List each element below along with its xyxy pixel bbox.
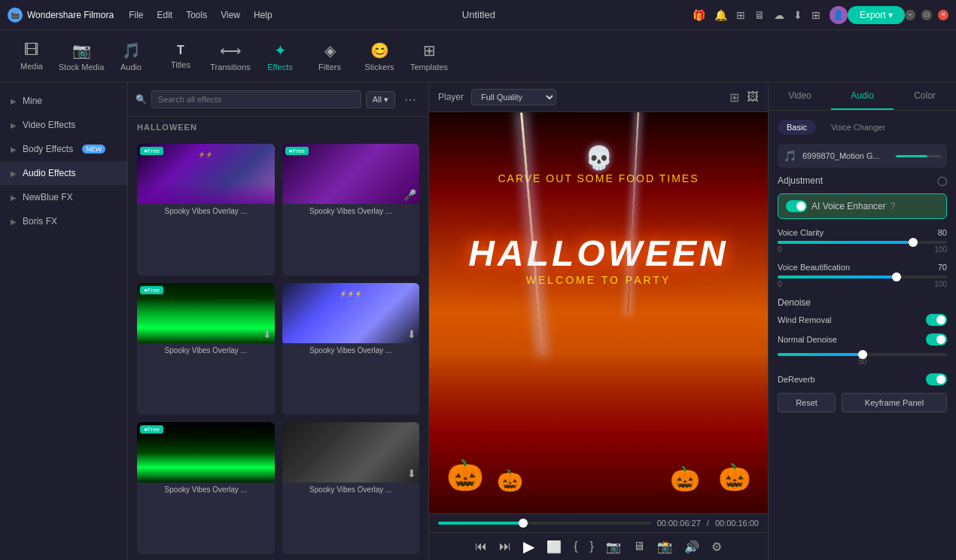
tool-stickers[interactable]: 😊 Stickers (355, 34, 403, 79)
settings-button[interactable]: ⚙ (711, 540, 722, 554)
tab-color[interactable]: Color (894, 83, 956, 110)
voice-clarity-slider[interactable] (778, 241, 947, 244)
cloud-icon[interactable]: ☁ (774, 9, 784, 21)
monitor-btn[interactable]: 🖥 (633, 540, 645, 553)
wind-removal-row: Wind Removal (778, 314, 947, 326)
slider-handle[interactable] (858, 350, 867, 359)
gift-icon[interactable]: 🎁 (693, 9, 705, 21)
track-name: 6999870_Motion G... (802, 151, 890, 160)
close-button[interactable]: ✕ (938, 10, 948, 20)
menu-edit[interactable]: Edit (157, 10, 173, 20)
screenshot-button[interactable]: 📸 (657, 540, 672, 554)
menu-help[interactable]: Help (254, 10, 272, 20)
camera-button[interactable]: 📷 (606, 540, 621, 554)
main-area: ▶ Mine ▶ Video Effects ▶ Body Effects NE… (0, 83, 956, 560)
filter-label: All (373, 95, 382, 104)
sidebar-item-boris-fx[interactable]: ▶ Boris FX (0, 209, 127, 233)
effect-label: Spooky Vibes Overlay ... (137, 482, 275, 498)
step-back-button[interactable]: ⏭ (499, 540, 511, 553)
effect-card[interactable]: ●Free Spooky Vibes Overlay ... (137, 422, 275, 554)
effect-card[interactable]: ⚡⚡⚡ ⬇ Spooky Vibes Overlay ... (282, 283, 420, 415)
effect-label: Spooky Vibes Overlay ... (282, 204, 420, 220)
menubar: File Edit Tools View Help (129, 10, 272, 20)
sidebar-video-effects-label: Video Effects (23, 120, 75, 130)
quality-select[interactable]: Full Quality Half Quality Quarter Qualit… (471, 89, 556, 105)
progress-handle[interactable] (519, 519, 528, 528)
monitor-icon[interactable]: 🖥 (754, 9, 765, 21)
halloween-main-title: HALLOWEEN (468, 233, 728, 274)
tool-titles[interactable]: T Titles (157, 34, 205, 79)
slider-handle[interactable] (892, 272, 901, 282)
track-volume-slider[interactable] (896, 155, 941, 157)
tool-media[interactable]: 🎞 Media (8, 34, 56, 79)
tab-audio[interactable]: Audio (831, 83, 894, 110)
arrow-icon: ▶ (11, 97, 17, 105)
rewind-button[interactable]: ⏮ (475, 540, 487, 553)
tool-audio[interactable]: 🎵 Audio (107, 34, 155, 79)
audio-icon: 🎵 (122, 41, 141, 59)
export-button[interactable]: Export ▾ (848, 6, 905, 24)
reset-button[interactable]: Reset (778, 393, 836, 412)
sub-tab-voice-changer[interactable]: Voice Changer (822, 120, 894, 135)
normal-denoise-slider[interactable] (778, 353, 947, 356)
sidebar-item-newblue-fx[interactable]: ▶ NewBlue FX (0, 185, 127, 209)
bell-icon[interactable]: 🔔 (714, 9, 727, 21)
tool-transitions[interactable]: ⟷ Transitions (206, 34, 254, 79)
ai-enhancer-toggle[interactable] (786, 200, 807, 212)
slider-handle[interactable] (909, 238, 918, 247)
grid-view-icon[interactable]: ⊞ (729, 90, 739, 105)
mark-in-button[interactable]: { (574, 540, 577, 553)
effect-card[interactable]: 🎤 ●Free Spooky Vibes Overlay ... (282, 144, 420, 275)
maximize-button[interactable]: □ (921, 10, 932, 20)
halloween-title: HALLOWEEN WELCOME TO PARTY (468, 233, 728, 286)
menu-tools[interactable]: Tools (186, 10, 207, 20)
arrow-icon: ▶ (11, 218, 17, 226)
more-options-button[interactable]: ⋯ (400, 91, 421, 108)
menu-file[interactable]: File (129, 10, 143, 20)
sidebar-item-audio-effects[interactable]: ▶ Audio Effects (0, 161, 127, 185)
apps-icon[interactable]: ⊞ (811, 9, 821, 21)
effect-card[interactable]: ⬇ ●Free Spooky Vibes Overlay ... (137, 283, 275, 415)
picture-icon[interactable]: 🖼 (747, 90, 759, 105)
help-icon[interactable]: ? (891, 201, 896, 212)
tool-filters[interactable]: ◈ Filters (306, 34, 354, 79)
progress-bar[interactable] (438, 522, 651, 525)
grid-icon[interactable]: ⊞ (736, 9, 745, 21)
voice-beautification-slider[interactable] (778, 275, 947, 278)
player-progress-bar: 00:00:06:27 / 00:00:16:00 (429, 513, 768, 532)
sidebar-item-mine[interactable]: ▶ Mine (0, 89, 127, 113)
download-icon2[interactable]: ⬇ (793, 9, 802, 21)
volume-slider[interactable] (896, 155, 941, 157)
dereverb-toggle[interactable] (926, 373, 947, 385)
menu-view[interactable]: View (221, 10, 240, 20)
search-input[interactable] (151, 90, 361, 108)
tool-templates[interactable]: ⊞ Templates (405, 34, 453, 79)
wind-removal-toggle[interactable] (926, 314, 947, 326)
effect-card[interactable]: ⚡⚡ ●Free Spooky Vibes Overlay ... (137, 144, 275, 275)
avatar[interactable]: 👤 (830, 6, 848, 24)
right-panel: Video Audio Color Basic Voice Changer 🎵 … (768, 83, 956, 560)
tool-stock-media[interactable]: 📷 Stock Media (57, 34, 105, 79)
sidebar-mine-label: Mine (23, 96, 42, 106)
sub-tab-basic[interactable]: Basic (778, 120, 816, 135)
templates-icon: ⊞ (423, 41, 436, 59)
search-icon: 🔍 (135, 94, 147, 105)
normal-denoise-toggle[interactable] (926, 333, 947, 345)
play-button[interactable]: ▶ (523, 537, 534, 555)
effect-card[interactable]: ⬇ Spooky Vibes Overlay ... (282, 422, 420, 554)
volume-button[interactable]: 🔊 (684, 540, 699, 554)
minimize-button[interactable]: − (905, 10, 915, 20)
wind-removal-label: Wind Removal (778, 315, 832, 324)
keyframe-panel-button[interactable]: Keyframe Panel (842, 393, 947, 412)
action-buttons: Reset Keyframe Panel (778, 393, 947, 412)
stop-button[interactable]: ⬜ (547, 540, 562, 554)
adjustment-collapse-icon[interactable]: ◯ (937, 175, 947, 186)
tool-effects[interactable]: ✦ Effects (256, 34, 304, 79)
sidebar-item-body-effects[interactable]: ▶ Body Effects NEW (0, 137, 127, 161)
filter-button[interactable]: All ▾ (366, 91, 395, 108)
right-content: Basic Voice Changer 🎵 6999870_Motion G..… (769, 111, 956, 560)
sidebar-item-video-effects[interactable]: ▶ Video Effects (0, 113, 127, 137)
sidebar-newblue-label: NewBlue FX (23, 192, 73, 202)
mark-out-button[interactable]: } (590, 540, 594, 553)
tab-video[interactable]: Video (769, 83, 831, 110)
